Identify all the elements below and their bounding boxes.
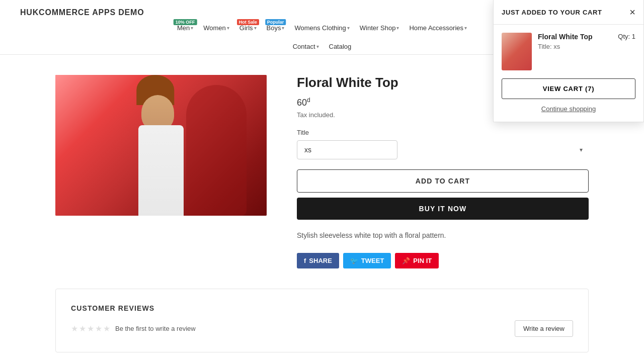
buy-now-button[interactable]: BUY IT NOW bbox=[297, 198, 589, 220]
nav-label-3: Boys bbox=[267, 24, 281, 32]
nav-item-boys[interactable]: PopularBoys▾ bbox=[263, 22, 289, 34]
cart-item-qty: Qty: 1 bbox=[618, 33, 635, 40]
cart-popup: JUST ADDED TO YOUR CART × Floral White T… bbox=[493, 0, 644, 122]
site-logo[interactable]: HUKCOMMERCE APPS DEMO bbox=[20, 8, 144, 17]
nav-item-men[interactable]: 10% OFFMen▾ bbox=[173, 22, 197, 34]
cart-item-details: Floral White Top Title: xs bbox=[538, 33, 612, 50]
cart-item-name: Floral White Top bbox=[538, 33, 612, 41]
nav-item-women[interactable]: Women▾ bbox=[199, 22, 233, 34]
cart-popup-title: JUST ADDED TO YOUR CART bbox=[502, 9, 602, 16]
social-share-buttons: f SHARE 🐦 TWEET 📌 PIN IT bbox=[297, 253, 589, 268]
chevron-down-icon: ▾ bbox=[282, 25, 284, 31]
select-chevron-icon: ▾ bbox=[580, 146, 583, 153]
chevron-down-icon: ▾ bbox=[464, 25, 467, 31]
chevron-down-icon: ▾ bbox=[396, 25, 399, 31]
star-1: ★ bbox=[71, 324, 78, 333]
star-5: ★ bbox=[103, 324, 110, 333]
cart-popup-actions: VIEW CART (7) Continue shopping bbox=[494, 78, 643, 122]
write-review-button[interactable]: Write a review bbox=[515, 320, 573, 337]
nav-label-4: Womens Clothing bbox=[294, 24, 346, 32]
star-rating: ★ ★ ★ ★ ★ bbox=[71, 324, 110, 333]
pinterest-icon: 📌 bbox=[402, 257, 410, 264]
product-image bbox=[55, 75, 267, 216]
size-select[interactable]: xs s m l xl bbox=[297, 140, 397, 159]
nav-label-5: Winter Shop bbox=[360, 24, 396, 32]
cart-popup-header: JUST ADDED TO YOUR CART × bbox=[494, 0, 643, 25]
nav-item-girls[interactable]: Hot SaleGirls▾ bbox=[235, 22, 261, 34]
cart-item-subtitle: Title: xs bbox=[538, 43, 612, 50]
add-to-cart-button[interactable]: ADD TO CART bbox=[297, 169, 589, 193]
nav-label-0: Men bbox=[177, 24, 190, 32]
reviews-title: CUSTOMER REVIEWS bbox=[71, 304, 573, 312]
chevron-down-icon: ▾ bbox=[227, 25, 229, 31]
price-amount: 60 bbox=[297, 98, 307, 108]
nav-badge-hot-sale: Hot Sale bbox=[237, 19, 259, 25]
cart-popup-close-button[interactable]: × bbox=[629, 7, 635, 17]
nav-item-winter-shop[interactable]: Winter Shop▾ bbox=[356, 22, 404, 34]
nav-badge-popular: Popular bbox=[265, 19, 286, 25]
twitter-icon: 🐦 bbox=[350, 257, 358, 264]
facebook-icon: f bbox=[304, 257, 306, 264]
nav-badge-10%-off: 10% OFF bbox=[174, 19, 197, 25]
chevron-down-icon: ▾ bbox=[191, 25, 193, 31]
star-3: ★ bbox=[87, 324, 94, 333]
nav-item-home-accessories[interactable]: Home Accessories▾ bbox=[405, 22, 471, 34]
nav-secondary-contact[interactable]: Contact ▾ bbox=[293, 43, 319, 50]
cart-item-thumbnail bbox=[502, 33, 532, 70]
continue-shopping-button[interactable]: Continue shopping bbox=[502, 104, 635, 114]
product-description: Stylish sleeveless white top with a flor… bbox=[297, 230, 589, 241]
pin-label: PIN IT bbox=[413, 257, 432, 264]
twitter-share-button[interactable]: 🐦 TWEET bbox=[343, 253, 391, 268]
star-4: ★ bbox=[95, 324, 102, 333]
nav-label-6: Home Accessories bbox=[409, 24, 463, 32]
cart-popup-item: Floral White Top Title: xs Qty: 1 bbox=[494, 25, 643, 78]
title-label: Title bbox=[297, 129, 589, 136]
size-select-wrapper: xs s m l xl ▾ bbox=[297, 140, 589, 159]
product-image-container bbox=[55, 75, 267, 216]
reviews-prompt: Be the first to write a review bbox=[115, 325, 196, 332]
share-label: SHARE bbox=[309, 257, 332, 264]
price-currency: d bbox=[307, 97, 310, 104]
reviews-left: ★ ★ ★ ★ ★ Be the first to write a review bbox=[71, 324, 196, 333]
star-2: ★ bbox=[79, 324, 86, 333]
nav-label-2: Girls bbox=[239, 24, 253, 32]
nav-label-1: Women bbox=[203, 24, 226, 32]
tweet-label: TWEET bbox=[361, 257, 384, 264]
chevron-down-icon: ▾ bbox=[316, 44, 319, 49]
view-cart-button[interactable]: VIEW CART (7) bbox=[502, 78, 635, 99]
chevron-down-icon: ▾ bbox=[254, 25, 257, 31]
nav-secondary-catalog[interactable]: Catalog bbox=[329, 43, 352, 50]
reviews-section: CUSTOMER REVIEWS ★ ★ ★ ★ ★ Be the first … bbox=[45, 289, 599, 352]
nav-item-womens-clothing[interactable]: Womens Clothing▾ bbox=[290, 22, 353, 34]
pinterest-share-button[interactable]: 📌 PIN IT bbox=[395, 253, 439, 268]
facebook-share-button[interactable]: f SHARE bbox=[297, 253, 339, 268]
chevron-down-icon: ▾ bbox=[347, 25, 350, 31]
